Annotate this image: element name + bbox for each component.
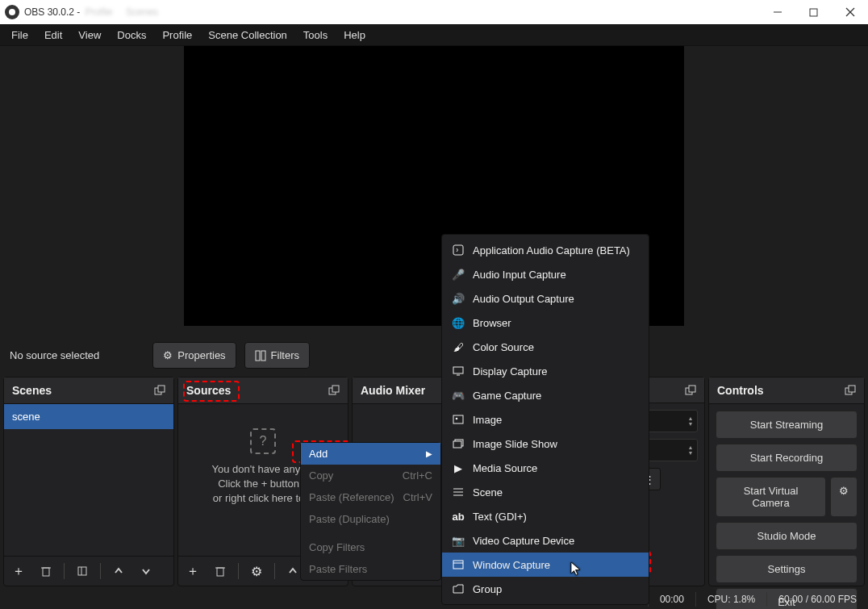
svg-rect-10 bbox=[78, 567, 86, 575]
sources-hint-1: You don't have any so bbox=[211, 462, 314, 477]
src-game-label: Game Capture bbox=[473, 390, 541, 402]
scene-filter-button[interactable] bbox=[71, 560, 94, 582]
src-color-label: Color Source bbox=[473, 341, 534, 353]
src-app-audio[interactable]: Application Audio Capture (BETA) bbox=[442, 238, 649, 262]
menu-help[interactable]: Help bbox=[336, 26, 373, 44]
src-audio-out[interactable]: 🔊Audio Output Capture bbox=[442, 286, 649, 311]
src-browser[interactable]: 🌐Browser bbox=[442, 311, 649, 335]
popout-icon[interactable] bbox=[154, 385, 165, 396]
src-slide[interactable]: Image Slide Show bbox=[442, 432, 649, 456]
svg-rect-21 bbox=[849, 386, 855, 392]
menu-docks[interactable]: Docks bbox=[109, 26, 154, 44]
status-bar: 00:00 CPU: 1.8% 60.00 / 60.00 FPS bbox=[648, 590, 868, 609]
info-row: No source selected Properties Filters bbox=[0, 334, 868, 377]
src-game[interactable]: 🎮Game Capture bbox=[442, 383, 649, 407]
src-scene-label: Scene bbox=[473, 486, 503, 498]
popout-icon[interactable] bbox=[328, 385, 340, 396]
src-color[interactable]: 🖌Color Source bbox=[442, 335, 649, 359]
popout-icon[interactable] bbox=[845, 385, 856, 396]
svg-rect-28 bbox=[453, 441, 461, 448]
titlebar: OBS 30.0.2 - Profile Scenes bbox=[0, 0, 868, 24]
ctx-paste-ref: Paste (Reference) Ctrl+V bbox=[301, 486, 440, 508]
menu-scene-collection[interactable]: Scene Collection bbox=[200, 26, 295, 44]
source-settings-button[interactable]: ⚙ bbox=[245, 560, 268, 582]
chevron-right-icon: ▶ bbox=[426, 449, 432, 458]
start-virtual-camera-button[interactable]: Start Virtual Camera bbox=[716, 477, 826, 517]
scenes-dock: Scenes scene ＋ bbox=[3, 377, 174, 586]
add-source-button[interactable]: ＋ bbox=[182, 560, 204, 582]
src-display[interactable]: Display Capture bbox=[442, 359, 649, 383]
app-icon bbox=[5, 5, 19, 19]
src-audio-in-label: Audio Input Capture bbox=[473, 269, 566, 281]
virtual-camera-settings-button[interactable]: ⚙ bbox=[830, 477, 858, 517]
ctx-paste-dup-label: Paste (Duplicate) bbox=[309, 513, 390, 525]
status-fps: 60.00 / 60.00 FPS bbox=[766, 592, 868, 607]
src-image[interactable]: Image bbox=[442, 407, 649, 432]
app-audio-icon bbox=[452, 244, 465, 257]
no-source-label: No source selected bbox=[10, 349, 99, 361]
filters-button[interactable]: Filters bbox=[244, 342, 310, 369]
controls-dock: Controls Start Streaming Start Recording… bbox=[708, 377, 865, 586]
image-icon bbox=[452, 413, 465, 426]
window-title-extra: Profile Scenes bbox=[85, 6, 166, 18]
menu-tools[interactable]: Tools bbox=[295, 26, 336, 44]
gamepad-icon: 🎮 bbox=[452, 389, 465, 402]
src-video-label: Video Capture Device bbox=[473, 535, 574, 547]
studio-mode-button[interactable]: Studio Mode bbox=[716, 522, 858, 550]
src-text[interactable]: abText (GDI+) bbox=[442, 504, 649, 528]
src-media[interactable]: ▶Media Source bbox=[442, 456, 649, 480]
maximize-button[interactable] bbox=[795, 0, 832, 24]
status-cpu: CPU: 1.8% bbox=[695, 592, 766, 607]
brush-icon: 🖌 bbox=[452, 340, 465, 353]
settings-button[interactable]: Settings bbox=[716, 555, 858, 583]
ctx-add-label: Add bbox=[309, 448, 328, 460]
ctx-copy-filters-label: Copy Filters bbox=[309, 541, 365, 553]
sources-hint-3: or right click here to a bbox=[213, 491, 313, 506]
controls-title: Controls bbox=[717, 384, 764, 397]
src-window-label: Window Capture bbox=[473, 559, 550, 571]
ctx-add[interactable]: Add ▶ bbox=[301, 443, 440, 465]
window-icon bbox=[452, 558, 465, 571]
ctx-paste-dup: Paste (Duplicate) bbox=[301, 508, 440, 530]
src-audio-out-label: Audio Output Capture bbox=[473, 293, 574, 305]
src-video[interactable]: 📷Video Capture Device bbox=[442, 528, 649, 553]
delete-source-button[interactable] bbox=[209, 560, 232, 582]
minimize-button[interactable] bbox=[759, 0, 795, 24]
menu-file[interactable]: File bbox=[3, 26, 36, 44]
add-scene-button[interactable]: ＋ bbox=[7, 560, 30, 582]
ctx-copy-label: Copy bbox=[309, 469, 333, 482]
delete-scene-button[interactable] bbox=[35, 560, 57, 582]
svg-rect-25 bbox=[453, 415, 463, 423]
svg-point-26 bbox=[456, 418, 458, 420]
window-title: OBS 30.0.2 - bbox=[24, 6, 80, 18]
src-group-label: Group bbox=[473, 583, 502, 595]
menu-view[interactable]: View bbox=[70, 26, 109, 44]
text-icon: ab bbox=[452, 510, 465, 523]
src-group[interactable]: Group bbox=[442, 577, 649, 601]
properties-button[interactable]: Properties bbox=[152, 342, 236, 369]
start-recording-button[interactable]: Start Recording bbox=[716, 444, 858, 472]
ctx-paste-ref-label: Paste (Reference) bbox=[309, 491, 394, 503]
scene-up-button[interactable] bbox=[107, 560, 130, 582]
src-image-label: Image bbox=[473, 414, 502, 426]
popout-icon[interactable] bbox=[685, 385, 696, 396]
menu-edit[interactable]: Edit bbox=[36, 26, 70, 44]
sources-title: Sources bbox=[186, 384, 231, 397]
speaker-icon: 🔊 bbox=[452, 292, 465, 305]
src-window[interactable]: Window Capture bbox=[442, 553, 649, 577]
svg-rect-1 bbox=[810, 9, 817, 16]
svg-rect-23 bbox=[453, 367, 463, 373]
src-scene[interactable]: Scene bbox=[442, 480, 649, 504]
source-type-menu: Application Audio Capture (BETA) 🎤Audio … bbox=[441, 234, 649, 605]
menubar: File Edit View Docks Profile Scene Colle… bbox=[0, 24, 868, 46]
src-app-audio-label: Application Audio Capture (BETA) bbox=[473, 244, 630, 257]
scene-item[interactable]: scene bbox=[4, 404, 173, 429]
menu-profile[interactable]: Profile bbox=[154, 26, 200, 44]
scene-down-button[interactable] bbox=[135, 560, 157, 582]
context-menu: Add ▶ Copy Ctrl+C Paste (Reference) Ctrl… bbox=[300, 442, 441, 581]
start-streaming-button[interactable]: Start Streaming bbox=[716, 411, 858, 439]
close-button[interactable] bbox=[832, 0, 868, 24]
src-audio-in[interactable]: 🎤Audio Input Capture bbox=[442, 262, 649, 286]
ctx-paste-filters: Paste Filters bbox=[301, 558, 440, 580]
spinner-icon: ▴▾ bbox=[689, 444, 692, 456]
